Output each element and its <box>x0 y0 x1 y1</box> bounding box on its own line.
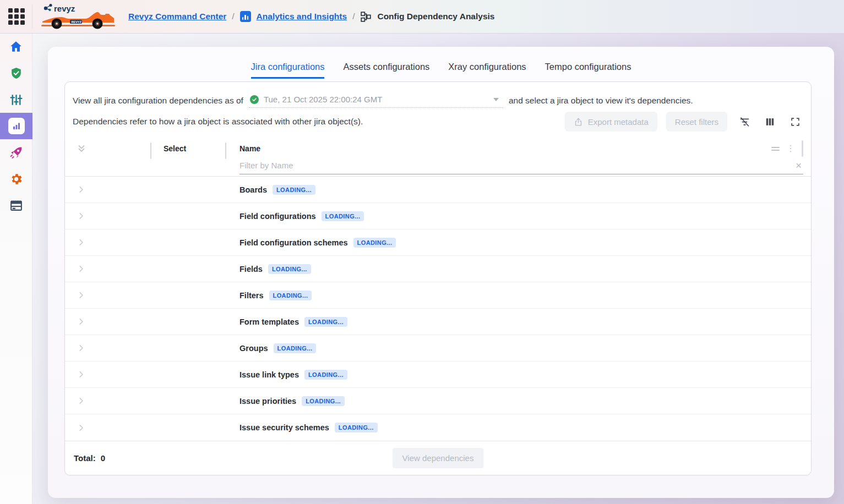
filter-off-icon[interactable] <box>736 112 753 131</box>
rocket-icon <box>9 146 23 160</box>
expand-all-icon[interactable] <box>77 144 86 154</box>
row-label: Field configurations <box>239 212 316 221</box>
tab-bar: Jira configurations Assets configuration… <box>48 47 834 79</box>
table-row[interactable]: Issue security schemesLOADING... <box>65 414 811 441</box>
loading-badge: LOADING... <box>268 264 311 274</box>
table-row[interactable]: Issue prioritiesLOADING... <box>65 388 811 414</box>
sidebar-item-home[interactable] <box>0 34 32 60</box>
table-body: BoardsLOADING... Field configurationsLOA… <box>65 177 811 441</box>
tab-xray-configurations[interactable]: Xray configurations <box>448 62 526 79</box>
toolbar: Export metadata Reset filters <box>565 112 803 132</box>
row-label: Fields <box>239 265 263 273</box>
row-label: Filters <box>239 291 264 300</box>
breadcrumb: Revyz Command Center / Analytics and Ins… <box>128 11 494 23</box>
export-icon <box>574 117 583 127</box>
expand-row-icon[interactable] <box>77 343 86 353</box>
name-filter-row: × <box>239 157 803 174</box>
breadcrumb-separator: / <box>352 12 355 21</box>
main-card: Jira configurations Assets configuration… <box>48 47 834 498</box>
row-label: Form templates <box>239 317 299 326</box>
expand-row-icon[interactable] <box>77 317 86 326</box>
loading-badge: LOADING... <box>335 423 378 432</box>
expand-row-icon[interactable] <box>77 396 86 406</box>
breadcrumb-link-command-center[interactable]: Revyz Command Center <box>128 12 226 21</box>
snapshot-select[interactable]: Tue, 21 Oct 2025 22:00:24 GMT <box>249 94 503 108</box>
tab-tempo-configurations[interactable]: Tempo configurations <box>545 62 631 79</box>
sidebar-item-analytics[interactable] <box>0 113 32 139</box>
sidebar-item-get-started[interactable] <box>0 139 32 166</box>
loading-badge: LOADING... <box>353 238 396 248</box>
info-line-1-prefix: View all jira configuration dependencies… <box>73 96 243 106</box>
revyz-logo-image: revyz REVYZ <box>40 3 116 30</box>
app-root: revyz REVYZ Revyz Command Center / Analy… <box>0 0 844 504</box>
info-line-2: Dependencies refer to how a jira object … <box>73 117 363 127</box>
total-count: Total: 0 <box>74 453 105 463</box>
bar-chart-badge-icon <box>240 11 251 22</box>
table-row[interactable]: FieldsLOADING... <box>65 256 811 282</box>
expand-row-icon[interactable] <box>77 291 86 300</box>
column-header-name[interactable]: Name <box>239 144 260 153</box>
expand-row-icon[interactable] <box>77 423 86 432</box>
column-divider <box>225 143 226 159</box>
column-resize-handle[interactable] <box>802 140 803 157</box>
table-row[interactable]: Field configurationsLOADING... <box>65 203 811 229</box>
table-row[interactable]: Field configuration schemesLOADING... <box>65 229 811 256</box>
loading-badge: LOADING... <box>322 211 364 221</box>
reset-filters-button[interactable]: Reset filters <box>666 112 727 132</box>
svg-text:REVYZ: REVYZ <box>72 20 82 24</box>
breadcrumb-separator: / <box>232 12 234 21</box>
sidebar-item-configuration[interactable] <box>0 86 32 113</box>
sidebar-item-settings[interactable] <box>0 166 32 192</box>
kebab-menu-icon[interactable]: ⋮ <box>786 144 795 153</box>
gear-icon <box>9 172 23 186</box>
total-value: 0 <box>101 453 105 463</box>
total-label: Total: <box>74 453 96 463</box>
expand-row-icon[interactable] <box>77 264 86 273</box>
fullscreen-icon[interactable] <box>787 112 803 131</box>
name-filter-input[interactable] <box>239 161 794 170</box>
table-row[interactable]: Issue link typesLOADING... <box>65 361 811 388</box>
app-switcher-icon[interactable] <box>8 8 25 25</box>
row-label: Issue link types <box>239 370 299 379</box>
topbar-divider <box>32 4 32 29</box>
expand-row-icon[interactable] <box>77 238 86 247</box>
table-footer: Total: 0 View dependencies <box>65 441 811 475</box>
data-table-icon <box>9 199 23 212</box>
loading-badge: LOADING... <box>269 291 312 300</box>
loading-badge: LOADING... <box>274 343 317 353</box>
expand-row-icon[interactable] <box>77 185 86 194</box>
table-row[interactable]: BoardsLOADING... <box>65 177 811 203</box>
export-metadata-button[interactable]: Export metadata <box>565 112 657 132</box>
snapshot-value: Tue, 21 Oct 2025 22:00:24 GMT <box>264 95 382 104</box>
home-icon <box>9 40 23 54</box>
row-label: Field configuration schemes <box>239 238 348 247</box>
revyz-logo[interactable]: revyz REVYZ <box>40 3 116 30</box>
sidebar-item-security[interactable] <box>0 60 32 86</box>
page-title: Config Dependency Analysis <box>377 12 494 21</box>
table-row[interactable]: GroupsLOADING... <box>65 335 811 361</box>
row-label: Groups <box>239 344 268 353</box>
view-dependencies-button[interactable]: View dependencies <box>393 448 484 468</box>
svg-text:revyz: revyz <box>54 4 75 13</box>
table-row[interactable]: Form templatesLOADING... <box>65 309 811 335</box>
check-circle-icon <box>250 95 259 104</box>
loading-badge: LOADING... <box>273 185 315 195</box>
info-line-1: View all jira configuration dependencies… <box>73 93 803 108</box>
clear-filter-icon[interactable]: × <box>794 160 803 171</box>
table-row[interactable]: FiltersLOADING... <box>65 282 811 309</box>
expand-row-icon[interactable] <box>77 370 86 379</box>
row-label: Issue security schemes <box>239 423 329 432</box>
columns-icon[interactable] <box>761 112 778 131</box>
breadcrumb-link-analytics[interactable]: Analytics and Insights <box>257 12 347 21</box>
column-header-select[interactable]: Select <box>164 144 186 153</box>
sort-lines-icon[interactable] <box>771 147 780 151</box>
expand-row-icon[interactable] <box>77 211 86 221</box>
tab-jira-configurations[interactable]: Jira configurations <box>251 62 325 79</box>
bar-chart-icon <box>8 118 25 134</box>
table-card: View all jira configuration dependencies… <box>64 81 812 475</box>
table-header-row: Select Name ⋮ <box>65 138 811 157</box>
caret-down-icon <box>493 98 499 101</box>
tab-assets-configurations[interactable]: Assets configurations <box>343 62 429 79</box>
sidebar-item-reports[interactable] <box>0 192 32 218</box>
row-label: Issue priorities <box>239 397 296 406</box>
